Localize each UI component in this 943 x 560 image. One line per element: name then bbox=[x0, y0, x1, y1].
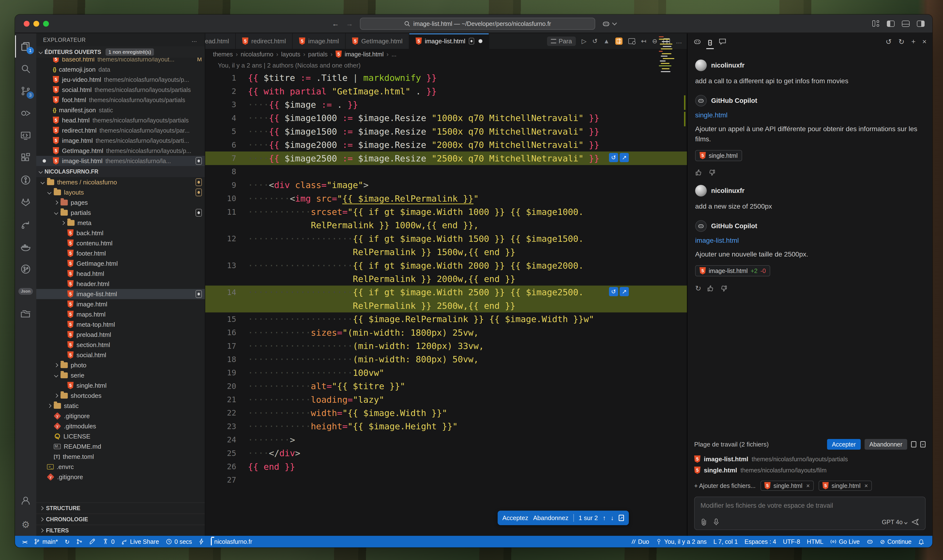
accept-button[interactable]: Accepter bbox=[827, 439, 861, 450]
activity-json-icon[interactable]: Json bbox=[15, 280, 36, 303]
toggle-panel-icon[interactable] bbox=[902, 21, 909, 27]
copilot-menu[interactable] bbox=[602, 20, 615, 28]
status-right-duo[interactable]: Duo bbox=[626, 536, 652, 548]
new-session-icon[interactable]: + bbox=[911, 37, 916, 46]
minimize-window-button[interactable] bbox=[34, 21, 39, 27]
workspace-file-image-list.html[interactable]: 5image-list.htmlthemes/nicolasfurno/layo… bbox=[694, 454, 926, 465]
tree-item-.gitignore[interactable]: .gitignore bbox=[36, 411, 205, 421]
thumbs-down-icon[interactable] bbox=[708, 169, 715, 176]
activity-account-icon[interactable] bbox=[15, 489, 36, 512]
activity-folders-icon[interactable] bbox=[15, 303, 36, 325]
timeline-icon[interactable]: ↺ bbox=[592, 37, 598, 45]
sidebar-section-filters[interactable]: FILTERS bbox=[36, 525, 205, 536]
redo-icon[interactable]: ↻ bbox=[898, 37, 905, 46]
thumbs-up-icon[interactable] bbox=[707, 285, 714, 292]
copilot-icon[interactable] bbox=[693, 37, 701, 46]
goto-file-button[interactable]: ↗ bbox=[620, 287, 629, 296]
para-button[interactable]: Para bbox=[547, 37, 576, 46]
open-editor-catemoji.json[interactable]: {}catemoji.jsondata bbox=[36, 65, 205, 75]
activity-gear-icon[interactable]: ⚙ bbox=[15, 514, 36, 536]
open-editor-social.html[interactable]: 5social.htmlthemes/nicolasfurno/layouts/… bbox=[36, 85, 205, 95]
customize-layout-icon[interactable] bbox=[872, 20, 880, 27]
chat-input[interactable]: Modifier les fichiers de votre espace de… bbox=[694, 497, 926, 530]
activity-scm-icon[interactable]: 3 bbox=[15, 80, 36, 102]
tree-item-meta[interactable]: meta bbox=[36, 218, 205, 228]
tree-item-image-list.html[interactable]: 5image-list.html bbox=[36, 289, 205, 299]
status-left-nicolasfurno-fr[interactable]: nicolasfurno.fr bbox=[208, 536, 255, 548]
file-chip[interactable]: 5image-list.html+2-0 bbox=[695, 265, 770, 276]
tree-item-head.html[interactable]: 5head.html bbox=[36, 269, 205, 279]
tree-item-preload.html[interactable]: 5preload.html bbox=[36, 329, 205, 340]
toggle-secondary-sidebar-icon[interactable] bbox=[917, 21, 925, 27]
command-center[interactable]: image-list.html — ~/Developer/perso/nico… bbox=[360, 18, 595, 30]
tree-item-theme.toml[interactable]: [T]theme.toml bbox=[36, 452, 205, 462]
status-left-rocket[interactable] bbox=[86, 536, 99, 548]
file-link[interactable]: image-list.html bbox=[695, 237, 925, 245]
open-editor-manifest.json[interactable]: {}manifest.jsonstatic bbox=[36, 105, 205, 115]
activity-circlebranch-icon[interactable] bbox=[15, 258, 36, 280]
tree-item-serie[interactable]: serie bbox=[36, 370, 205, 380]
copy-edits-icon[interactable] bbox=[911, 441, 916, 448]
thumbs-down-icon[interactable] bbox=[720, 285, 727, 292]
open-file-icon[interactable]: ↗ bbox=[618, 515, 624, 521]
status-right-utf-8[interactable]: UTF-8 bbox=[780, 536, 804, 548]
activity-files-icon[interactable]: 1 bbox=[15, 35, 36, 58]
tree-item-README.md[interactable]: M↓README.md bbox=[36, 442, 205, 452]
activity-docker-icon[interactable] bbox=[15, 236, 36, 258]
edit-session-icon[interactable]: + bbox=[708, 37, 712, 46]
breadcrumb-item[interactable]: nicolasfurno bbox=[241, 51, 273, 58]
forward-icon[interactable]: → bbox=[346, 20, 353, 28]
back-icon[interactable]: ← bbox=[332, 20, 339, 28]
breadcrumb-item[interactable]: layouts bbox=[281, 51, 300, 58]
add-files-button[interactable]: + Ajouter des fichiers... bbox=[694, 482, 756, 489]
tab-image-list.html[interactable]: 5image-list.html bbox=[409, 34, 489, 49]
tree-item-footer.html[interactable]: 5footer.html bbox=[36, 248, 205, 258]
attachment-chip[interactable]: 5single.html× bbox=[818, 481, 872, 491]
tree-item-.envrc[interactable]: >_.envrc bbox=[36, 462, 205, 472]
status-left-live-share[interactable]: Live Share bbox=[118, 536, 162, 548]
tree-item-pages[interactable]: pages bbox=[36, 197, 205, 208]
orange-extension-icon[interactable] bbox=[615, 37, 623, 45]
tree-item-layouts[interactable]: layouts bbox=[36, 187, 205, 197]
file-link[interactable]: single.html bbox=[695, 111, 925, 119]
toggle-primary-sidebar-icon[interactable] bbox=[887, 21, 895, 27]
tree-item-GetImage.html[interactable]: 5GetImage.html bbox=[36, 258, 205, 269]
discard-changes-button[interactable]: Abandonnez bbox=[533, 514, 568, 522]
sidebar-section-chronologie[interactable]: CHRONOLOGIE bbox=[36, 514, 205, 525]
activity-debug-icon[interactable] bbox=[15, 102, 36, 125]
breadcrumb-item[interactable]: themes bbox=[213, 51, 233, 58]
status-left-0-secs[interactable]: 0 secs bbox=[162, 536, 195, 548]
tree-item-themesnicolasfurno[interactable]: themes / nicolasfurno bbox=[36, 177, 205, 187]
open-editor-image-list.html[interactable]: 5image-list.htmlthemes/nicolasfurno/la..… bbox=[36, 156, 205, 166]
search-editor-icon[interactable] bbox=[628, 38, 635, 44]
workspace-root-header[interactable]: NICOLASFURNO.FR bbox=[36, 166, 205, 177]
status-right-copilot[interactable] bbox=[863, 536, 877, 548]
close-panel-icon[interactable]: × bbox=[922, 37, 926, 46]
tab-image.html[interactable]: 5image.html bbox=[292, 34, 346, 49]
zoom-window-button[interactable] bbox=[43, 21, 49, 27]
tree-item-.gitmodules[interactable]: .gitmodules bbox=[36, 421, 205, 431]
remove-attachment-icon[interactable]: × bbox=[806, 482, 810, 489]
remove-attachment-icon[interactable]: × bbox=[865, 482, 868, 489]
tree-item-contenu.html[interactable]: 5contenu.html bbox=[36, 238, 205, 248]
tree-item-static[interactable]: static bbox=[36, 401, 205, 411]
close-window-button[interactable] bbox=[24, 21, 29, 27]
activity-gitlab-icon[interactable] bbox=[15, 191, 36, 214]
tree-item-.gitignore[interactable]: .gitignore bbox=[36, 472, 205, 482]
open-editor-foot.html[interactable]: 5foot.htmlthemes/nicolasfurno/layouts/pa… bbox=[36, 95, 205, 105]
status-left-0[interactable]: 0 bbox=[99, 536, 118, 548]
next-change-icon[interactable]: ↓ bbox=[611, 514, 614, 522]
status-left-bolt[interactable] bbox=[195, 536, 208, 548]
thumbs-up-icon[interactable] bbox=[695, 169, 702, 176]
tree-item-social.html[interactable]: 5social.html bbox=[36, 350, 205, 360]
status-right-html[interactable]: HTML bbox=[804, 536, 827, 548]
tree-item-header.html[interactable]: 5header.html bbox=[36, 279, 205, 289]
open-editor-image.html[interactable]: 5image.htmlthemes/nicolasfurno/layouts/p… bbox=[36, 135, 205, 146]
file-chip[interactable]: 5single.html bbox=[695, 150, 742, 161]
activity-liveshare-icon[interactable] bbox=[15, 214, 36, 236]
goto-file-button[interactable]: ↗ bbox=[620, 153, 629, 162]
tree-item-partials[interactable]: partials bbox=[36, 208, 205, 218]
activity-gitlens-icon[interactable] bbox=[15, 169, 36, 191]
status-left-graph[interactable] bbox=[73, 536, 86, 548]
breadcrumb[interactable]: themes›nicolasfurno›layouts›partials›5im… bbox=[205, 49, 687, 60]
